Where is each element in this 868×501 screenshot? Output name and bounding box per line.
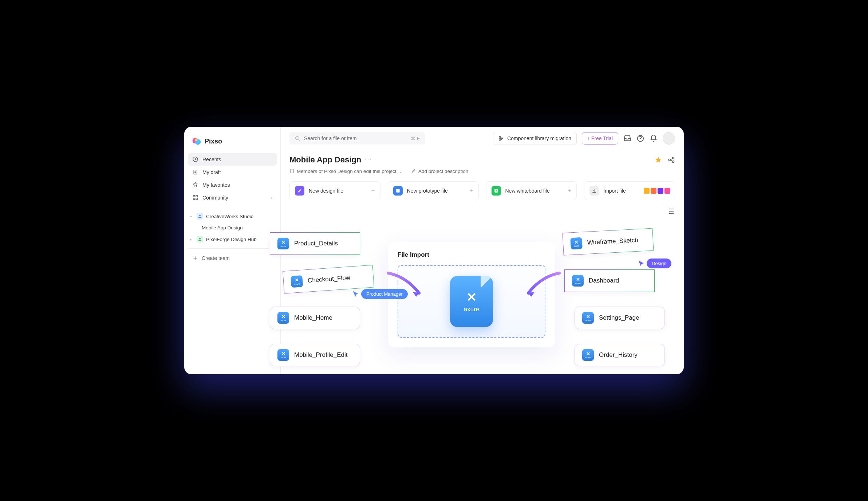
sidebar: Pixso Recents My draft My favorites Comm… [184, 127, 281, 374]
import-file-card[interactable]: Import file [584, 181, 675, 200]
add-description[interactable]: Add project description [411, 168, 468, 174]
xd-badge-icon [658, 188, 663, 194]
title-row: Mobile App Design ··· [289, 155, 675, 165]
doc-icon [289, 169, 295, 174]
svg-point-15 [672, 157, 674, 159]
svg-rect-5 [193, 196, 195, 197]
nav-label: My draft [202, 169, 221, 175]
sketch-badge-icon [644, 188, 650, 194]
divider [188, 207, 277, 207]
nav-label: My favorites [202, 182, 230, 188]
svg-rect-17 [291, 169, 293, 173]
project-link[interactable]: Mobile App Design [188, 222, 277, 233]
component-migration-button[interactable]: Component library migration [493, 132, 577, 145]
inbox-icon[interactable] [623, 134, 631, 142]
search-field[interactable] [304, 135, 407, 141]
import-badges [644, 188, 670, 194]
card-label: New prototype file [407, 188, 448, 194]
team-name: PixelForge Design Hub [206, 237, 257, 242]
rp-badge-icon [664, 188, 670, 194]
dropzone[interactable]: ✕ axure [398, 265, 545, 338]
list-view-icon[interactable] [666, 207, 675, 216]
more-menu-icon[interactable]: ··· [365, 157, 372, 163]
team-pixelforge[interactable]: ▸ PixelForge Design Hub [188, 233, 277, 245]
prototype-icon [393, 186, 403, 196]
svg-point-2 [195, 138, 198, 141]
app-window: Pixso Recents My draft My favorites Comm… [184, 127, 684, 374]
card-label: Import file [603, 188, 626, 194]
share-icon[interactable] [668, 156, 675, 163]
nav-recents[interactable]: Recents [188, 153, 277, 166]
svg-rect-7 [193, 198, 195, 200]
design-icon [295, 186, 304, 196]
svg-point-11 [296, 137, 299, 140]
topbar: ⌘ F Component library migration ↑ Free T… [289, 132, 675, 145]
nav-my-favorites[interactable]: My favorites [188, 178, 277, 191]
caret-right-icon: ▸ [190, 237, 194, 241]
meta-text: Members of Pixso Design can edit this pr… [297, 169, 396, 174]
panel-title: File Import [398, 251, 545, 259]
star-icon [192, 182, 198, 188]
migrate-icon [498, 135, 504, 141]
arrow-right-icon: → [268, 195, 273, 201]
card-label: New whiteboard file [505, 188, 550, 194]
axure-label: axure [464, 306, 480, 313]
svg-point-16 [672, 161, 674, 163]
new-whiteboard-card[interactable]: New whiteboard file + [486, 181, 577, 200]
svg-rect-19 [396, 189, 399, 190]
bell-icon[interactable] [650, 134, 658, 142]
create-team-label: Create team [202, 255, 230, 261]
help-icon[interactable] [636, 134, 644, 142]
grid-icon [192, 194, 198, 201]
axure-file-icon: ✕ axure [450, 276, 493, 327]
search-icon [295, 135, 300, 141]
pixso-logo-icon [192, 136, 202, 146]
nav-label: Community [202, 195, 228, 201]
search-shortcut: ⌘ F [411, 136, 420, 141]
plus-icon: + [371, 187, 375, 195]
svg-point-10 [199, 238, 201, 239]
svg-rect-6 [196, 196, 197, 197]
divider [188, 248, 277, 249]
nav-my-draft[interactable]: My draft [188, 166, 277, 178]
team-name: CreativeWorks Studio [206, 214, 253, 219]
import-icon [589, 186, 599, 196]
plus-icon: + [469, 187, 473, 195]
new-prototype-card[interactable]: New prototype file + [388, 181, 479, 200]
clock-icon [192, 156, 198, 162]
pin-icon[interactable] [655, 156, 662, 163]
meta-text: Add project description [418, 169, 468, 174]
free-trial-button[interactable]: ↑ Free Trial [582, 132, 618, 145]
members-permission[interactable]: Members of Pixso Design can edit this pr… [289, 168, 403, 174]
create-team-button[interactable]: Create team [188, 252, 277, 265]
svg-point-9 [199, 215, 201, 216]
nav-label: Recents [202, 157, 221, 162]
team-creativeworks[interactable]: ▾ CreativeWorks Studio [188, 210, 277, 222]
search-input[interactable]: ⌘ F [289, 132, 425, 145]
figma-badge-icon [651, 188, 656, 194]
project-title: Mobile App Design [289, 155, 361, 165]
file-icon [192, 169, 198, 175]
user-avatar[interactable] [663, 132, 675, 145]
team-avatar-icon [197, 213, 203, 220]
button-label: Component library migration [507, 135, 571, 141]
logo-text: Pixso [205, 138, 222, 145]
new-file-row: New design file + New prototype file + N… [289, 181, 675, 200]
file-import-panel: File Import ✕ axure [388, 242, 555, 347]
whiteboard-icon [492, 186, 501, 196]
pencil-icon [411, 169, 416, 174]
team-avatar-icon [197, 236, 203, 242]
plus-icon [192, 255, 198, 261]
logo[interactable]: Pixso [188, 134, 277, 153]
nav-community[interactable]: Community → [188, 191, 277, 204]
svg-point-14 [669, 159, 671, 161]
project-meta: Members of Pixso Design can edit this pr… [289, 168, 675, 174]
chevron-down-icon: ⌄ [399, 168, 403, 174]
new-design-card[interactable]: New design file + [289, 181, 380, 200]
caret-down-icon: ▾ [190, 214, 194, 218]
card-label: New design file [309, 188, 343, 194]
plus-icon: + [568, 187, 572, 195]
svg-rect-8 [196, 198, 197, 200]
